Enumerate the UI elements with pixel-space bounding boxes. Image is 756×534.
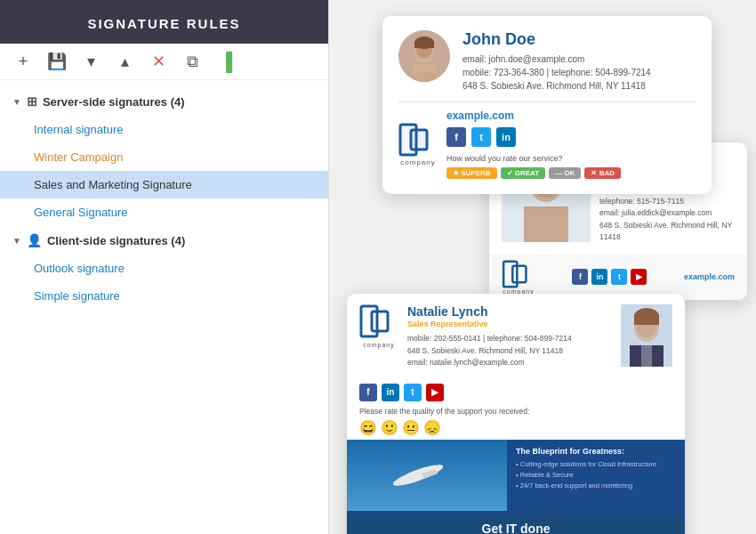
delete-button[interactable]: ✕ bbox=[148, 51, 169, 72]
julia-facebook-icon[interactable]: f bbox=[572, 269, 588, 285]
natalie-facebook-icon[interactable]: f bbox=[359, 384, 377, 401]
card3-banner-area: The Blueprint for Greatness: • Cutting-e… bbox=[347, 440, 685, 514]
john-doe-email: email: john.doe@example.com bbox=[462, 53, 651, 66]
move-up-button[interactable]: ▴ bbox=[114, 51, 135, 72]
rating-ok[interactable]: — OK bbox=[549, 167, 581, 179]
card3-info: Natalie Lynch Sales Representative mobil… bbox=[407, 304, 612, 369]
julia-address: 648 S. Sobieski Ave. Richmond Hill, NY 1… bbox=[599, 220, 735, 244]
blueprint-title: The Blueprint for Greatness: bbox=[516, 447, 676, 456]
client-side-label: Client-side signatures (4) bbox=[47, 234, 185, 247]
company-logo-icon bbox=[398, 123, 438, 157]
left-panel: SIGNATURE RULES + 💾 ▾ ▴ ✕ ⧉ ▐ ▼ ⊞ Server… bbox=[0, 0, 329, 534]
tree-area: ▼ ⊞ Server-side signatures (4) Internal … bbox=[0, 80, 328, 534]
website-link[interactable]: example.com bbox=[446, 109, 696, 122]
avatar-john bbox=[398, 30, 450, 82]
natalie-photo bbox=[621, 304, 672, 367]
emoji-rating-row: 😄 🙂 😐 😞 bbox=[347, 417, 685, 440]
blueprint-item-1: • Cutting-edge solutions for Cloud Infra… bbox=[516, 459, 676, 470]
julia-youtube-icon[interactable]: ▶ bbox=[631, 269, 647, 285]
card1-divider bbox=[398, 101, 696, 102]
natalie-email: email: natalie.lynch@example.com bbox=[407, 357, 612, 369]
move-down-button[interactable]: ▾ bbox=[80, 51, 101, 72]
card3-get-it-done: Get IT done faster than ever LEARN MORE bbox=[347, 514, 685, 534]
svg-rect-14 bbox=[524, 206, 568, 242]
emoji-1[interactable]: 😄 bbox=[359, 419, 377, 436]
natalie-mobile: mobile: 202-555-0141 | telephone: 504-89… bbox=[407, 333, 612, 345]
tree-item-sales-marketing[interactable]: Sales and Marketing Signature bbox=[0, 171, 328, 198]
rating-superb[interactable]: ★ SUPERB bbox=[446, 167, 497, 179]
banner-image bbox=[347, 440, 507, 511]
copy-button[interactable]: ⧉ bbox=[181, 51, 203, 72]
person-icon: 👤 bbox=[27, 233, 42, 247]
julia-website[interactable]: example.com bbox=[684, 272, 735, 281]
extra-button[interactable]: ▐ bbox=[215, 51, 237, 72]
card3-logo: company bbox=[359, 304, 398, 348]
natalie-rating-prompt: Please rate the quality of the support y… bbox=[347, 405, 685, 417]
tree-item-internal[interactable]: Internal signature bbox=[0, 116, 328, 143]
natalie-name: Natalie Lynch bbox=[407, 304, 612, 319]
tree-item-general[interactable]: General Signature bbox=[0, 198, 328, 226]
john-doe-photo bbox=[398, 30, 450, 82]
svg-rect-10 bbox=[400, 125, 416, 155]
grid-icon: ⊞ bbox=[27, 94, 37, 109]
tree-item-outlook[interactable]: Outlook signature bbox=[0, 255, 328, 282]
server-side-section[interactable]: ▼ ⊞ Server-side signatures (4) bbox=[0, 87, 328, 116]
chevron-icon-2: ▼ bbox=[12, 236, 21, 246]
svg-rect-26 bbox=[634, 314, 659, 325]
natalie-subtitle: Sales Representative bbox=[407, 320, 612, 328]
toolbar: + 💾 ▾ ▴ ✕ ⧉ ▐ bbox=[0, 44, 328, 80]
chevron-icon: ▼ bbox=[12, 97, 21, 107]
server-side-label: Server-side signatures (4) bbox=[43, 95, 185, 109]
julia-twitter-icon[interactable]: t bbox=[611, 269, 627, 285]
panel-title: SIGNATURE RULES bbox=[87, 16, 240, 31]
company-logo-2: company bbox=[502, 260, 535, 295]
rating-buttons: ★ SUPERB ✓ GREAT — OK ✕ BAD bbox=[446, 167, 696, 179]
company-name-label: company bbox=[400, 158, 435, 166]
blueprint-item-3: • 24/7 back-end support and monitoring bbox=[516, 481, 676, 491]
banner-title: Get IT done bbox=[356, 522, 676, 534]
john-doe-name: John Doe bbox=[462, 30, 651, 49]
tree-item-winter[interactable]: Winter Campaign bbox=[0, 143, 328, 171]
john-doe-mobile: mobile: 723-364-380 | telephone: 504-899… bbox=[462, 66, 651, 79]
company-label-3: company bbox=[359, 342, 398, 348]
company-logo-icon-3 bbox=[359, 304, 398, 338]
right-area: John Doe email: john.doe@example.com mob… bbox=[329, 0, 756, 534]
client-side-section[interactable]: ▼ 👤 Client-side signatures (4) bbox=[0, 226, 328, 255]
twitter-icon[interactable]: t bbox=[471, 127, 491, 147]
julia-linkedin-icon[interactable]: in bbox=[591, 269, 607, 285]
add-button[interactable]: + bbox=[12, 51, 34, 72]
card3-image-area bbox=[347, 440, 507, 514]
emoji-2[interactable]: 🙂 bbox=[381, 419, 398, 436]
john-doe-address: 648 S. Sobieski Ave. Richmond Hill, NY 1… bbox=[462, 79, 651, 93]
linkedin-icon[interactable]: in bbox=[496, 127, 516, 147]
svg-rect-18 bbox=[512, 266, 526, 283]
svg-rect-20 bbox=[372, 312, 388, 331]
natalie-linkedin-icon[interactable]: in bbox=[382, 384, 399, 401]
rating-great[interactable]: ✓ GREAT bbox=[501, 167, 546, 179]
rating-bad[interactable]: ✕ BAD bbox=[584, 167, 621, 179]
card3-blueprint: The Blueprint for Greatness: • Cutting-e… bbox=[507, 440, 685, 514]
natalie-avatar-svg bbox=[621, 304, 672, 367]
card2-social: f in t ▶ bbox=[572, 269, 647, 285]
rating-prompt: How would you rate our service? bbox=[446, 154, 696, 163]
facebook-icon[interactable]: f bbox=[446, 127, 466, 147]
card-john-doe: John Doe email: john.doe@example.com mob… bbox=[382, 16, 712, 194]
natalie-youtube-icon[interactable]: ▶ bbox=[426, 384, 444, 401]
svg-rect-6 bbox=[414, 41, 434, 48]
company-logo: company bbox=[398, 123, 438, 166]
julia-email: email: julia.eddick@example.com bbox=[599, 207, 735, 220]
company-logo-icon-2 bbox=[502, 260, 535, 288]
card3-social: f in t ▶ bbox=[347, 380, 685, 405]
emoji-4[interactable]: 😞 bbox=[423, 419, 441, 436]
tree-item-simple[interactable]: Simple signature bbox=[0, 282, 328, 310]
julia-telephone: telephone: 515-715-7115 bbox=[599, 196, 735, 208]
natalie-address: 648 S. Sobieski Ave. Richmond Hill, NY 1… bbox=[407, 345, 612, 358]
social-icons: f t in bbox=[446, 127, 696, 147]
card-natalie-lynch: company Natalie Lynch Sales Representati… bbox=[347, 294, 685, 534]
emoji-3[interactable]: 😐 bbox=[402, 419, 420, 436]
svg-rect-28 bbox=[641, 345, 652, 367]
natalie-twitter-icon[interactable]: t bbox=[404, 384, 422, 401]
blueprint-item-2: • Reliable & Secure bbox=[516, 470, 676, 481]
panel-header: SIGNATURE RULES bbox=[0, 0, 328, 44]
save-button[interactable]: 💾 bbox=[46, 51, 68, 72]
